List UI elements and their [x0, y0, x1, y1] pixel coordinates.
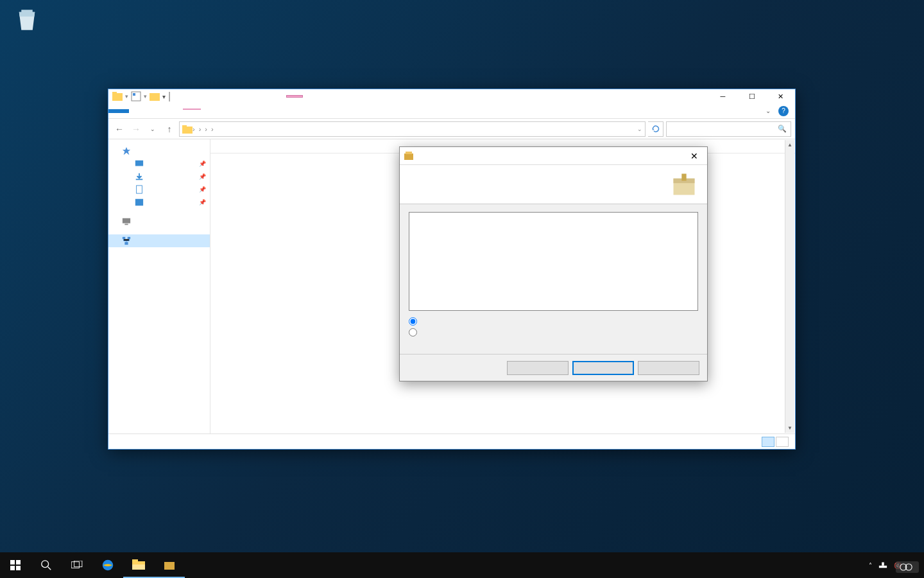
recycle-bin[interactable] — [8, 6, 46, 37]
sidebar-quick-access[interactable] — [108, 144, 210, 157]
svg-marker-8 — [123, 147, 130, 155]
view-details-button[interactable] — [762, 437, 774, 447]
svg-rect-7 — [182, 125, 187, 127]
tab-file[interactable] — [108, 109, 129, 113]
installer-box-icon — [670, 170, 698, 198]
svg-rect-33 — [132, 559, 138, 561]
radio-accept[interactable] — [409, 317, 698, 326]
back-button[interactable] — [507, 361, 569, 375]
explorer-titlebar[interactable]: ▾ ▾ ▾ | ─ ☐ ✕ — [108, 89, 795, 103]
svg-rect-4 — [133, 93, 135, 96]
scrollbar[interactable]: ▲ ▼ — [785, 140, 794, 433]
ie-button[interactable] — [92, 552, 123, 578]
installer-close-button[interactable]: ✕ — [685, 151, 703, 161]
recent-dropdown[interactable]: ⌄ — [146, 122, 160, 136]
minimize-button[interactable]: ─ — [708, 89, 737, 103]
tray-up-icon[interactable]: ˄ — [866, 562, 875, 569]
svg-rect-1 — [112, 93, 123, 101]
cancel-button[interactable] — [638, 361, 699, 375]
new-folder-qat-icon[interactable] — [150, 91, 160, 101]
sidebar: 📌 📌 📌 📌 — [108, 139, 210, 434]
statusbar — [108, 434, 795, 449]
svg-rect-14 — [124, 224, 128, 225]
ribbon-tabs: ⌄ ? — [108, 103, 795, 119]
svg-rect-26 — [16, 566, 21, 570]
refresh-button[interactable] — [648, 121, 663, 137]
svg-rect-16 — [128, 237, 130, 240]
svg-rect-37 — [882, 563, 884, 566]
tab-home[interactable] — [129, 109, 147, 113]
maximize-button[interactable]: ☐ — [737, 89, 766, 103]
svg-rect-6 — [182, 127, 193, 134]
sidebar-desktop[interactable]: 📌 — [108, 157, 210, 170]
installer-dialog: ✕ — [399, 146, 708, 381]
svg-rect-2 — [112, 92, 117, 94]
forward-button[interactable]: → — [129, 122, 143, 136]
help-icon[interactable]: ? — [778, 106, 789, 116]
up-button[interactable]: ↑ — [162, 122, 176, 136]
svg-rect-36 — [879, 566, 887, 568]
svg-rect-0 — [21, 10, 33, 12]
installer-titlebar[interactable]: ✕ — [400, 147, 707, 165]
svg-rect-9 — [135, 161, 143, 166]
svg-rect-35 — [164, 562, 175, 570]
search-input[interactable]: 🔍 — [666, 121, 791, 137]
svg-rect-15 — [123, 237, 125, 240]
sidebar-pictures[interactable]: 📌 — [108, 196, 210, 209]
view-icons-button[interactable] — [776, 437, 789, 447]
folder-icon — [182, 124, 193, 134]
tab-view[interactable] — [165, 109, 183, 113]
col-name[interactable] — [210, 139, 371, 153]
start-button[interactable] — [0, 552, 31, 578]
svg-rect-12 — [135, 199, 143, 206]
tab-manage[interactable] — [183, 109, 201, 114]
contextual-tab-header — [286, 95, 303, 98]
svg-rect-11 — [137, 186, 142, 193]
svg-rect-19 — [406, 152, 412, 154]
svg-rect-5 — [150, 93, 160, 101]
svg-rect-18 — [404, 153, 413, 160]
taskbar: ˄ 🔇 — [0, 552, 924, 578]
address-bar[interactable]: › › › › ⌄ — [179, 121, 646, 137]
installer-taskbar-button[interactable] — [154, 552, 185, 578]
properties-qat-icon[interactable] — [131, 91, 141, 101]
close-button[interactable]: ✕ — [766, 89, 795, 103]
svg-rect-23 — [10, 560, 15, 565]
search-icon: 🔍 — [778, 125, 787, 133]
svg-point-27 — [42, 561, 49, 568]
ribbon-expand-icon[interactable]: ⌄ — [766, 107, 771, 114]
svg-rect-25 — [10, 566, 15, 570]
svg-line-28 — [48, 567, 51, 570]
sidebar-network[interactable] — [108, 234, 210, 247]
folder-qat-icon — [112, 91, 123, 101]
svg-rect-17 — [124, 242, 128, 245]
sidebar-this-pc[interactable] — [108, 215, 210, 228]
svg-rect-24 — [16, 560, 21, 565]
radio-decline[interactable] — [409, 328, 698, 337]
svg-rect-34 — [132, 565, 145, 570]
task-view-button[interactable] — [62, 552, 92, 578]
tray-network-icon[interactable] — [875, 560, 891, 570]
search-button[interactable] — [31, 552, 62, 578]
next-button[interactable] — [572, 361, 634, 375]
license-textbox[interactable] — [409, 212, 698, 311]
svg-rect-13 — [123, 218, 130, 223]
sidebar-documents[interactable]: 📌 — [108, 183, 210, 196]
sidebar-downloads[interactable]: 📌 — [108, 170, 210, 183]
tab-share[interactable] — [147, 109, 165, 113]
svg-rect-10 — [136, 179, 143, 180]
msi-icon — [404, 151, 414, 161]
svg-rect-22 — [681, 174, 686, 181]
logo-badge — [896, 561, 919, 573]
explorer-taskbar-button[interactable] — [123, 552, 154, 578]
back-button[interactable]: ← — [112, 122, 126, 136]
